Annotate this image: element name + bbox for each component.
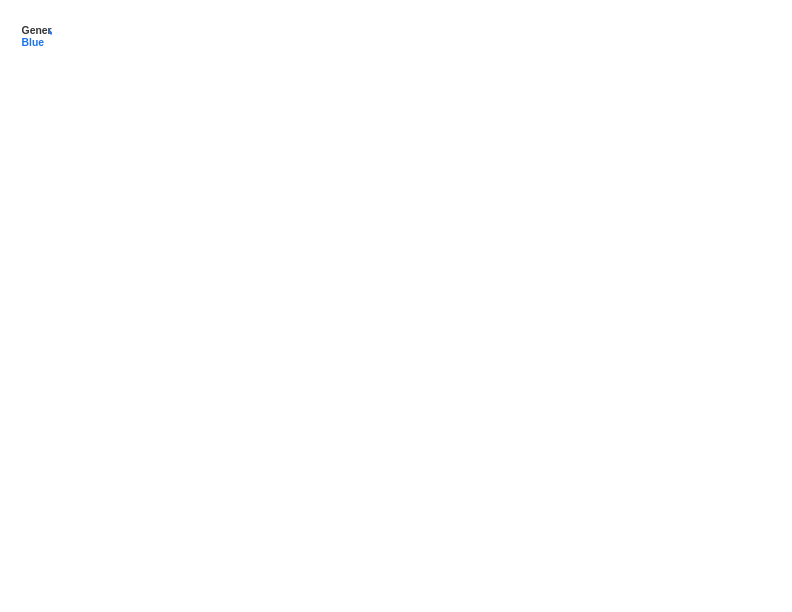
logo-icon: General Blue (20, 20, 52, 52)
page-header: General Blue (20, 20, 772, 52)
svg-text:Blue: Blue (22, 37, 45, 48)
logo: General Blue (20, 20, 52, 52)
svg-text:General: General (22, 25, 52, 36)
